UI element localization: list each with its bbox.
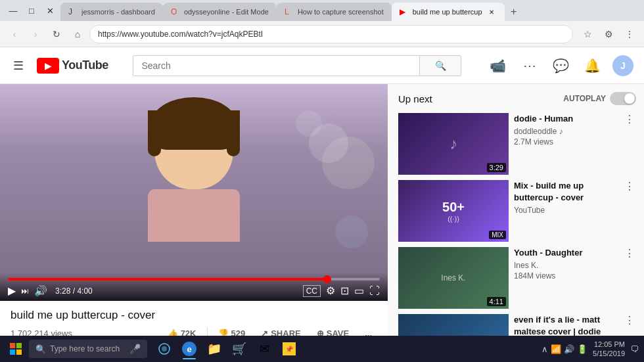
video-player[interactable]: ▶ ⏭ 🔊 3:28 / 4:00 CC ⚙ ⊡ ▭ ⛶	[0, 84, 388, 301]
video-info: build me up buttercup - cover 1,702,214 …	[0, 301, 388, 336]
rec-menu-mix[interactable]: ⋮	[623, 180, 636, 192]
taskbar-clock[interactable]: 12:05 PM 5/15/2019	[593, 340, 625, 359]
time-display: 3:28 / 4:00	[55, 286, 93, 296]
taskbar-chevron-icon[interactable]: ∧	[541, 344, 548, 354]
tab-youtube[interactable]: ▶ build me up buttercup ✕	[392, 3, 505, 21]
minimize-button[interactable]: —	[5, 3, 21, 18]
cc-button[interactable]: CC	[303, 285, 321, 297]
back-button[interactable]: ‹	[5, 25, 24, 43]
rec-item-mix[interactable]: 50+ ((·)) MIX Mix - build me up buttercu…	[398, 180, 636, 242]
notifications-icon-button[interactable]: 🔔	[581, 54, 605, 78]
bookmark-button[interactable]: ☆	[578, 25, 597, 43]
rec-item-youth[interactable]: Ines K. 4:11 Youth - Daughter Ines K. 18…	[398, 247, 636, 309]
tab-screenshot[interactable]: L How to capture screenshot	[277, 3, 392, 21]
refresh-button[interactable]: ↻	[47, 25, 66, 43]
taskbar-date-display: 5/15/2019	[593, 349, 625, 358]
theater-button[interactable]: ▭	[354, 284, 364, 297]
rec-duration-dodie: 3:29	[487, 163, 506, 172]
settings-button[interactable]: ⚙	[326, 284, 335, 297]
taskbar-notification-icon[interactable]: 🗨	[630, 344, 639, 354]
like-button[interactable]: 👍 72K	[162, 326, 202, 336]
tab-odyssey[interactable]: O odysseyonline - Edit Mode	[163, 3, 277, 21]
search-input[interactable]	[133, 55, 419, 76]
taskbar-volume-icon[interactable]: 🔊	[564, 344, 574, 354]
rec-title-dodie: dodie - Human	[514, 113, 618, 125]
apps-icon-button[interactable]: ⋯	[518, 54, 541, 78]
taskbar-app-edge[interactable]: e	[177, 337, 201, 361]
volume-button[interactable]: 🔊	[34, 284, 47, 297]
rec-title-mix: Mix - build me up buttercup - cover	[514, 180, 618, 204]
share-button[interactable]: ↗ SHARE	[256, 326, 306, 336]
dislike-icon: 👎	[218, 328, 229, 336]
person-body	[148, 189, 240, 242]
progress-fill	[8, 278, 327, 281]
youtube-logo-text: YouTube	[62, 58, 108, 72]
address-field[interactable]: https://www.youtube.com/watch?v=jcfAqkPE…	[89, 25, 573, 43]
tab-close-youtube[interactable]: ✕	[486, 7, 497, 17]
tab-dashboard[interactable]: J jessmorris - dashboard	[60, 3, 163, 21]
miniplayer-button[interactable]: ⊡	[340, 284, 349, 297]
taskbar-network-icon[interactable]: 📶	[551, 344, 561, 354]
extensions-button[interactable]: ⚙	[599, 25, 618, 43]
taskbar-system-icons: ∧ 📶 🔊 🔋	[541, 344, 587, 354]
browser-titlebar: — □ ✕ J jessmorris - dashboard O odyssey…	[0, 0, 644, 21]
rec-menu-even[interactable]: ⋮	[623, 314, 636, 327]
user-avatar[interactable]: J	[612, 55, 633, 76]
youtube-main: ▶ ⏭ 🔊 3:28 / 4:00 CC ⚙ ⊡ ▭ ⛶	[0, 84, 644, 336]
person-hair	[151, 97, 237, 150]
forward-button[interactable]: ›	[26, 25, 45, 43]
youtube-logo[interactable]: ▶ YouTube	[37, 58, 108, 74]
tab-favicon-youtube: ▶	[400, 7, 409, 16]
home-button[interactable]: ⌂	[68, 25, 87, 43]
rec-menu-dodie[interactable]: ⋮	[623, 113, 636, 125]
toggle-knob	[624, 93, 635, 104]
progress-bar[interactable]	[8, 278, 380, 281]
view-count: 1,702,214 views	[11, 328, 72, 336]
taskbar-app-cortana[interactable]	[152, 337, 176, 361]
save-button[interactable]: ⊕ SAVE	[311, 326, 354, 336]
menu-hamburger-button[interactable]: ☰	[11, 56, 26, 76]
play-button[interactable]: ▶	[8, 284, 16, 297]
action-buttons: 👍 72K 👎 529 ↗ SHARE ⊕	[162, 326, 377, 336]
close-button[interactable]: ✕	[42, 3, 58, 18]
rec-thumb-even: ★ 5:43	[398, 314, 509, 336]
video-title: build me up buttercup - cover	[11, 309, 377, 322]
rec-menu-youth[interactable]: ⋮	[623, 247, 636, 260]
maximize-button[interactable]: □	[24, 3, 39, 18]
next-button[interactable]: ⏭	[21, 286, 29, 296]
taskbar-app-sticky[interactable]: 📌	[277, 337, 301, 361]
taskbar-app-mail[interactable]: ✉	[252, 337, 276, 361]
address-icons: ☆ ⚙ ⋮	[578, 25, 639, 43]
taskbar-time-display: 12:05 PM	[593, 340, 625, 349]
camera-icon-button[interactable]: 📹	[486, 54, 510, 78]
rec-views-dodie: 2.7M views	[514, 137, 618, 147]
autoplay-label: AUTOPLAY	[563, 94, 606, 103]
share-icon: ↗	[261, 328, 268, 336]
rec-item-even[interactable]: ★ 5:43 even if it's a lie - matt maltese…	[398, 314, 636, 336]
messages-icon-button[interactable]: 💬	[549, 54, 573, 78]
taskbar-search[interactable]: 🔍 Type here to search 🎤	[29, 340, 147, 358]
new-tab-button[interactable]: +	[505, 3, 523, 21]
tab-favicon-odyssey: O	[171, 7, 180, 16]
video-section: ▶ ⏭ 🔊 3:28 / 4:00 CC ⚙ ⊡ ▭ ⛶	[0, 84, 388, 336]
search-button[interactable]: 🔍	[419, 55, 461, 76]
rec-views-youth: 184M views	[514, 271, 618, 281]
start-button[interactable]	[5, 338, 26, 359]
controls-row: ▶ ⏭ 🔊 3:28 / 4:00 CC ⚙ ⊡ ▭ ⛶	[8, 284, 380, 297]
taskbar-app-explorer[interactable]: 📁	[202, 337, 226, 361]
fullscreen-button[interactable]: ⛶	[369, 285, 380, 297]
autoplay-row: AUTOPLAY	[563, 92, 636, 105]
rec-item-dodie[interactable]: ♪ 3:29 dodie - Human doddleoddle ♪ 2.7M …	[398, 113, 636, 175]
progress-dot	[323, 275, 331, 283]
more-button[interactable]: ...	[359, 326, 377, 336]
action-divider	[207, 327, 208, 336]
dislike-button[interactable]: 👎 529	[213, 326, 251, 336]
rec-duration-youth: 4:11	[487, 297, 506, 306]
taskbar-app-store[interactable]: 🛒	[227, 337, 251, 361]
menu-button[interactable]: ⋮	[620, 25, 639, 43]
autoplay-toggle[interactable]	[610, 92, 636, 105]
taskbar-battery-icon[interactable]: 🔋	[577, 344, 587, 354]
taskbar-search-placeholder: Type here to search	[50, 344, 120, 353]
video-meta-row: 1,702,214 views 👍 72K 👎 529 ↗	[11, 326, 377, 336]
bokeh-4	[335, 215, 368, 248]
